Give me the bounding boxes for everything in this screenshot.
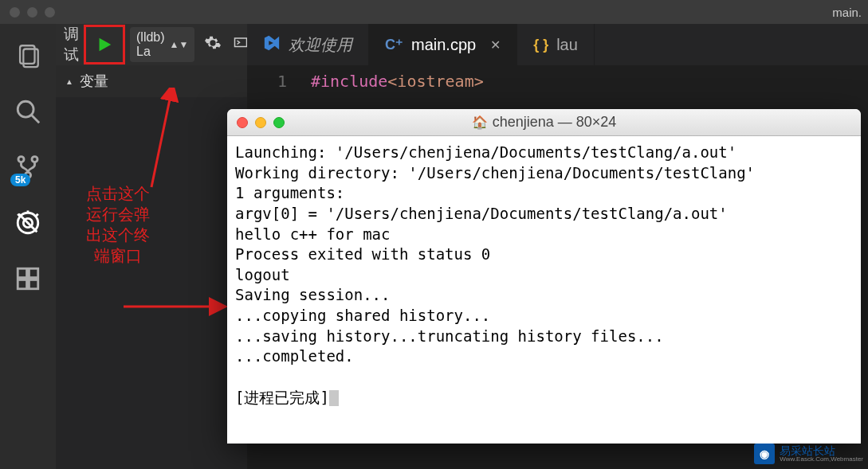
svg-rect-14 — [29, 268, 37, 277]
terminal-line: Launching: '/Users/chenjiena/Documents/t… — [235, 143, 736, 161]
terminal-window-controls[interactable] — [237, 117, 285, 128]
terminal-titlebar[interactable]: 🏠 chenjiena — 80×24 — [227, 109, 861, 136]
svg-rect-16 — [29, 279, 37, 288]
terminal-line: ...completed. — [235, 347, 354, 365]
debug-config-label: (lldb) La — [136, 30, 165, 59]
vscode-titlebar: main. — [0, 0, 868, 24]
debug-config-select[interactable]: (lldb) La ▲▼ — [130, 27, 194, 62]
svg-marker-17 — [100, 38, 112, 52]
terminal-line: argv[0] = '/Users/chenjiena/Documents/te… — [235, 205, 728, 222]
terminal-minimize-button[interactable] — [255, 117, 266, 128]
terminal-window: 🏠 chenjiena — 80×24 Launching: '/Users/c… — [227, 109, 861, 444]
watermark: ◉ 易采站长站 Www.Easck.Com,Webmaster — [754, 444, 863, 464]
svg-rect-13 — [18, 268, 26, 277]
variables-label: 变量 — [80, 72, 108, 91]
terminal-line: Saving session... — [235, 286, 390, 303]
close-dot[interactable] — [10, 7, 20, 18]
activity-bar: 5k — [0, 24, 56, 469]
window-controls[interactable] — [10, 7, 55, 18]
svg-line-3 — [31, 115, 39, 123]
header-name: <iostream> — [387, 72, 483, 91]
tab-welcome-label: 欢迎使用 — [289, 34, 352, 56]
terminal-line: ...saving history...truncating history f… — [235, 327, 664, 345]
terminal-title-text: chenjiena — 80×24 — [493, 114, 617, 131]
close-icon[interactable]: ✕ — [490, 37, 501, 53]
debug-toolbar: 调试 (lldb) La ▲▼ — [56, 24, 247, 65]
svg-line-9 — [19, 214, 37, 233]
watermark-sub: Www.Easck.Com,Webmaster — [780, 456, 863, 463]
vscode-icon — [263, 34, 281, 56]
json-file-icon: { } — [533, 37, 548, 53]
window-title: main. — [832, 6, 862, 19]
watermark-name: 易采站长站 — [780, 445, 863, 456]
svg-rect-15 — [18, 279, 26, 288]
start-debug-button[interactable] — [89, 29, 120, 61]
svg-rect-18 — [235, 38, 247, 47]
terminal-title: 🏠 chenjiena — 80×24 — [472, 114, 617, 131]
terminal-line: Process exited with status 0 — [235, 245, 490, 263]
cpp-file-icon: C⁺ — [385, 36, 403, 53]
svg-point-4 — [18, 157, 24, 162]
terminal-line: 1 arguments: — [235, 184, 344, 201]
debug-icon[interactable] — [12, 207, 44, 239]
svg-point-2 — [18, 101, 33, 117]
terminal-line: Working directory: '/Users/chenjiena/Doc… — [235, 164, 755, 182]
annotation-highlight-box — [84, 25, 125, 64]
chevron-updown-icon: ▲▼ — [170, 39, 189, 50]
tab-main-cpp[interactable]: C⁺ main.cpp ✕ — [369, 24, 517, 65]
source-control-icon[interactable]: 5k — [12, 151, 44, 183]
terminal-line: [进程已完成] — [235, 389, 329, 406]
svg-line-11 — [18, 214, 20, 217]
code-editor[interactable]: 1 #include<iostream> — [247, 65, 868, 97]
terminal-line: ...copying shared history... — [235, 307, 490, 324]
explorer-icon[interactable] — [12, 40, 44, 72]
terminal-line: hello c++ for mac — [235, 225, 390, 243]
search-icon[interactable] — [12, 96, 44, 127]
code-line-1: #include<iostream> — [311, 72, 484, 91]
debug-side-panel: 调试 (lldb) La ▲▼ ▲ 变量 — [56, 24, 247, 469]
collapse-triangle-icon: ▲ — [65, 77, 73, 86]
line-number: 1 — [263, 72, 287, 91]
watermark-logo-icon: ◉ — [754, 444, 775, 464]
scm-badge: 5k — [10, 174, 30, 186]
tab-launch-json[interactable]: { } lau — [517, 24, 595, 65]
terminal-line: logout — [235, 266, 290, 283]
tab-launch-label: lau — [556, 36, 578, 54]
terminal-zoom-button[interactable] — [273, 117, 285, 128]
tab-welcome[interactable]: 欢迎使用 — [247, 24, 369, 65]
keyword-include: #include — [311, 72, 387, 91]
tab-main-label: main.cpp — [411, 36, 476, 54]
minimize-dot[interactable] — [27, 7, 37, 18]
svg-point-5 — [32, 157, 37, 162]
terminal-cursor — [329, 390, 339, 406]
home-icon: 🏠 — [472, 115, 488, 130]
extensions-icon[interactable] — [12, 263, 44, 295]
gear-icon[interactable] — [204, 34, 222, 56]
editor-tabs: 欢迎使用 C⁺ main.cpp ✕ { } lau — [247, 24, 868, 65]
terminal-body[interactable]: Launching: '/Users/chenjiena/Documents/t… — [227, 136, 861, 444]
zoom-dot[interactable] — [45, 7, 55, 18]
svg-line-12 — [36, 214, 38, 217]
terminal-close-button[interactable] — [237, 117, 248, 128]
variables-section-header[interactable]: ▲ 变量 — [56, 65, 247, 97]
debug-label: 调试 — [64, 24, 79, 65]
